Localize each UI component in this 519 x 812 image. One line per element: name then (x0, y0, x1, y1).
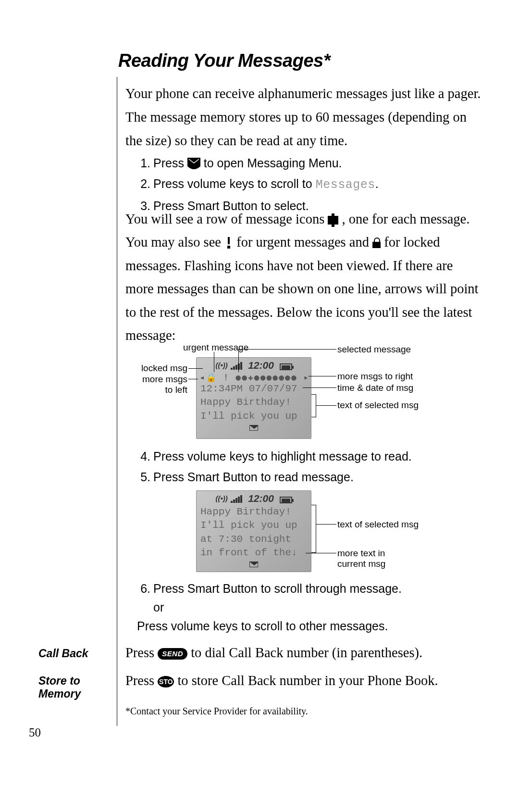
callout-line (316, 405, 336, 406)
manual-page: Reading Your Messages* Your phone can re… (0, 0, 519, 812)
vertical-rule (117, 77, 117, 726)
callback-b: to dial Call Back number (in parentheses… (191, 645, 422, 660)
screen1-footer (197, 423, 311, 433)
step-1-text-b: to open Messaging Menu. (204, 156, 342, 170)
screen1-msg-row: ◂🔒 ! ●●✚●●●●●●● ▸ (197, 372, 311, 382)
callback-a: Press (125, 645, 158, 660)
signal-bars-icon (231, 361, 243, 372)
callout-line (238, 349, 336, 350)
screen1-line3: I'll pick you up (197, 410, 311, 423)
signal-bars-icon (231, 494, 243, 505)
step-1: 1. Press to open Messaging Menu. (137, 154, 473, 173)
step-number: 1. (137, 154, 150, 173)
step-number: 4. (137, 447, 150, 466)
icons-paragraph: You will see a row of message icons , on… (125, 208, 484, 348)
screen2-status-bar: ((•)) 12:00 (197, 491, 311, 505)
step-5: 5. Press Smart Button to read message. (137, 468, 483, 487)
step-2-text-b: . (375, 177, 379, 190)
battery-icon (280, 363, 292, 370)
step-2-text-a: Press volume keys to scroll to (153, 177, 316, 190)
para2-c: for urgent messages and (236, 235, 372, 250)
steps-list-b: 4. Press volume keys to highlight messag… (137, 447, 483, 488)
urgent-exclaim-icon (224, 237, 233, 249)
screen1-clock: 12:00 (248, 360, 274, 371)
para2-d: for locked messages. Flashing icons have… (125, 235, 479, 343)
envelope-small-icon (249, 425, 258, 431)
callout-line (306, 553, 336, 553)
message-plus-icon (328, 216, 338, 225)
envelope-icon (187, 158, 200, 169)
screen1-line1: 12:34PM 07/07/97 (197, 382, 311, 396)
step-6-or: or (153, 600, 164, 614)
margin-label-callback: Call Back (38, 647, 88, 660)
antenna-icon: ((•)) (215, 361, 227, 369)
store-b: to store Call Back number in your Phone … (177, 673, 438, 688)
callout-timedate: time & date of msg (337, 383, 413, 393)
callout-text2: text of selected msg (337, 519, 419, 530)
step-1-text-a: Press (153, 156, 187, 170)
step-5-text: Press Smart Button to read message. (153, 468, 483, 487)
screen2-line2: I'll pick you up (197, 519, 311, 532)
callback-line: Press SEND to dial Call Back number (in … (125, 645, 481, 661)
send-button-icon: SEND (158, 648, 187, 660)
section-title: Reading Your Messages* (118, 50, 330, 71)
step-6-text-a: Press Smart Button to scroll through mes… (153, 582, 402, 595)
callout-line (303, 387, 336, 388)
step-number: 5. (137, 468, 150, 487)
para2-a: You will see a row of message icons (125, 212, 328, 226)
callout-selected: selected message (337, 344, 411, 355)
screen2-line3: at 7:30 tonight (197, 533, 311, 546)
antenna-icon: ((•)) (215, 494, 227, 502)
callout-bracket (311, 394, 316, 417)
store-line: Press STO to store Call Back number in y… (125, 673, 481, 688)
callout-more-text: more text in current msg (337, 548, 405, 569)
screen2-footer (197, 560, 311, 569)
callout-line (316, 524, 336, 525)
envelope-small-icon (249, 562, 258, 567)
margin-label-store: Store to Memory (38, 675, 101, 700)
screen1-line2: Happy Birthday! (197, 396, 311, 409)
callout-locked: locked msg (137, 363, 187, 374)
footnote: *Contact your Service Provider for avail… (125, 706, 308, 717)
screen2-line1: Happy Birthday! (197, 505, 311, 519)
callout-more-left: more msgs to left (137, 374, 187, 395)
phone-screen-1: ((•)) 12:00 ◂🔒 ! ●●✚●●●●●●● ▸ 12:34PM 07… (196, 357, 311, 439)
step-number: 2. (137, 175, 150, 193)
step-number: 6. (137, 579, 150, 598)
locked-lock-icon (372, 237, 381, 248)
step-6: 6. Press Smart Button to scroll through … (137, 579, 483, 635)
store-a: Press (125, 673, 158, 688)
step-4: 4. Press volume keys to highlight messag… (137, 447, 483, 466)
steps-list-c: 6. Press Smart Button to scroll through … (137, 579, 483, 637)
callout-line (214, 352, 214, 372)
callout-line (188, 379, 198, 379)
battery-icon (280, 497, 292, 503)
menu-word-messages: Messages (316, 178, 375, 192)
step-4-text: Press volume keys to highlight message t… (153, 447, 483, 466)
intro-paragraph: Your phone can receive alphanumeric mess… (125, 82, 481, 152)
step-6-text-b: Press volume keys to scroll to other mes… (137, 617, 388, 636)
callout-line (238, 349, 239, 372)
callout-text1: text of selected msg (337, 400, 419, 411)
screen2-clock: 12:00 (248, 493, 274, 504)
step-2: 2. Press volume keys to scroll to Messag… (137, 175, 473, 195)
callout-bracket (311, 505, 316, 553)
callout-more-right: more msgs to right (337, 371, 413, 382)
callout-line (309, 376, 336, 376)
sto-button-icon: STO (158, 676, 174, 687)
screen2-line4: in front of the↓ (197, 546, 311, 560)
page-number: 50 (29, 726, 41, 739)
callout-line (188, 368, 203, 369)
phone-screen-2: ((•)) 12:00 Happy Birthday! I'll pick yo… (196, 490, 311, 572)
